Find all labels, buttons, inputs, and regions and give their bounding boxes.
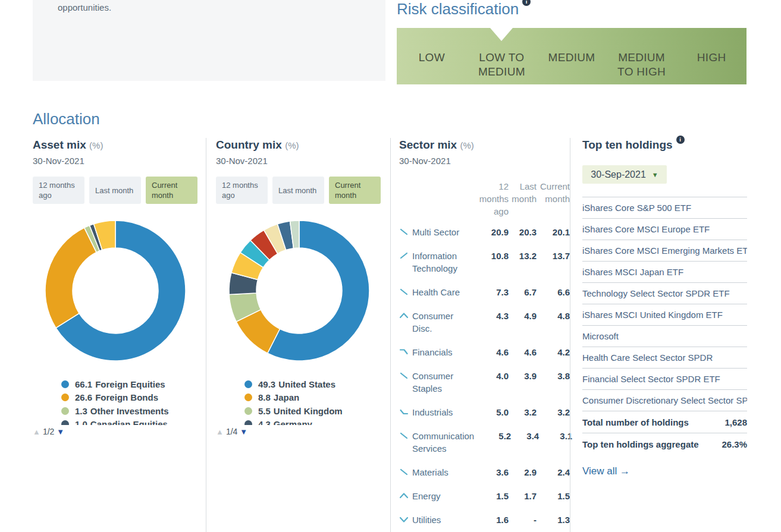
legend-bullet — [61, 394, 69, 401]
pager-page: 1/2 — [43, 427, 54, 436]
sector-label-cell: Materials — [399, 466, 472, 479]
sector-row: Utilities 1.6 - 1.3 — [399, 514, 570, 526]
info-icon[interactable]: i — [522, 0, 531, 6]
legend-value: 4.3 — [258, 419, 271, 425]
holding-row: iShares Core MSCI Emerging Markets ETF — [582, 240, 747, 261]
risk-classification-section: Risk classificationi LOWLOW TO MEDIUMMED… — [397, 0, 747, 84]
legend-bullet — [244, 380, 252, 388]
period-button[interactable]: Current month — [146, 177, 197, 204]
allocation-section: Allocation Asset mix (%) 30-Nov-2021 12 … — [33, 110, 747, 532]
trend-icon — [399, 287, 409, 297]
sector-value-12-months-ago: 5.0 — [472, 406, 509, 418]
sector-value-current-month: 20.1 — [537, 226, 570, 238]
risk-level-label: MEDIUM TO HIGH — [607, 51, 677, 84]
trend-icon — [399, 431, 409, 440]
period-button[interactable]: 12 months ago — [33, 177, 84, 204]
sector-mix-table: 12 months ago Last month Current month M… — [399, 180, 570, 532]
sector-row: Consumer Disc. 4.3 4.9 4.8 — [399, 310, 570, 335]
sector-value-last-month: 1.7 — [509, 490, 537, 502]
pager-up-icon[interactable]: ▲ — [216, 427, 224, 436]
sector-value-12-months-ago: 7.3 — [472, 286, 509, 298]
asset-mix-date: 30-Nov-2021 — [33, 156, 197, 166]
period-button[interactable]: Current month — [329, 177, 381, 204]
sector-row: Consumer Staples 4.0 3.9 3.8 — [399, 370, 570, 395]
asset-mix-title: Asset mix (%) — [33, 138, 197, 153]
sector-value-current-month: 3.2 — [537, 406, 570, 418]
sector-row: Health Care 7.3 6.7 6.6 — [399, 286, 570, 298]
sector-row: Industrials 5.0 3.2 3.2 — [399, 406, 570, 418]
legend-value: 1.0 — [75, 419, 87, 425]
country-mix-period-buttons: 12 months agoLast monthCurrent month — [216, 177, 382, 204]
sector-value-12-months-ago: 4.6 — [472, 346, 509, 358]
sector-value-12-months-ago: 10.8 — [472, 250, 509, 262]
legend-label: United Kingdom — [274, 406, 343, 416]
legend-bullet — [61, 407, 69, 415]
holdings-list: iShares Core S&P 500 ETFiShares Core MSC… — [582, 197, 747, 411]
legend-item: 66.1 Foreign Equities — [61, 377, 197, 391]
legend-bullet — [244, 420, 252, 425]
pager-page: 1/4 — [226, 427, 237, 436]
sector-value-current-month: 3.1 — [539, 430, 572, 442]
fund-objective-box: opportunities. — [33, 0, 385, 81]
sector-table-body: Multi Sector 20.9 20.3 20.1 Information … — [399, 226, 570, 532]
legend-bullet — [61, 420, 69, 425]
sector-label-cell: Multi Sector — [399, 226, 472, 238]
legend-value: 66.1 — [75, 379, 92, 389]
info-icon[interactable]: i — [676, 136, 685, 144]
sector-label: Multi Sector — [412, 226, 459, 238]
period-button[interactable]: Last month — [272, 177, 324, 204]
sector-label-cell: Financials — [399, 346, 472, 358]
pager-down-icon[interactable]: ▼ — [240, 427, 247, 436]
pager-down-icon[interactable]: ▼ — [57, 427, 64, 436]
sector-row: Materials 3.6 2.9 2.4 — [399, 466, 570, 479]
sector-label-cell: Consumer Staples — [399, 370, 472, 395]
holding-row: Consumer Discretionary Select Sector SPD… — [582, 389, 747, 411]
legend-value: 1.3 — [75, 406, 87, 416]
sector-row: Multi Sector 20.9 20.3 20.1 — [399, 226, 570, 238]
risk-level-label: MEDIUM — [537, 51, 607, 84]
fund-objective-text: opportunities. — [33, 0, 385, 14]
column-header: 12 months ago — [472, 180, 509, 218]
legend-label: Japan — [274, 392, 299, 402]
holding-row: iShares Core MSCI Europe ETF — [582, 218, 747, 240]
holding-row: Health Care Select Sector SPDR — [582, 347, 747, 368]
risk-indicator-notch — [490, 28, 513, 41]
period-button[interactable]: Last month — [89, 177, 141, 204]
sector-value-last-month: 13.2 — [509, 250, 537, 262]
sector-value-current-month: 4.8 — [537, 310, 570, 322]
total-holdings-value: 1,628 — [724, 417, 747, 427]
sector-value-12-months-ago: 4.0 — [472, 370, 509, 382]
holding-row: Technology Select Sector SPDR ETF — [582, 282, 747, 304]
sector-value-current-month: 2.4 — [537, 466, 570, 479]
holdings-date-dropdown[interactable]: 30-Sep-2021 ▼ — [582, 165, 667, 184]
aggregate-value: 26.3% — [722, 439, 747, 449]
holdings-date-value: 30-Sep-2021 — [591, 169, 646, 180]
column-header: Current month — [537, 180, 570, 218]
view-all-link[interactable]: View all → — [582, 465, 630, 477]
legend-item: 8.8 Japan — [244, 391, 382, 405]
trend-icon — [399, 515, 409, 524]
pager-up-icon[interactable]: ▲ — [33, 427, 40, 436]
legend-label: United States — [278, 379, 335, 389]
sector-row: Energy 1.5 1.7 1.5 — [399, 490, 570, 502]
sector-value-12-months-ago: 5.2 — [474, 430, 511, 442]
top-ten-holdings-column: Top ten holdingsi 30-Sep-2021 ▼ iShares … — [570, 138, 747, 532]
legend-item: 4.3 Germany — [244, 418, 382, 426]
period-button[interactable]: 12 months ago — [216, 177, 268, 204]
sector-label: Energy — [412, 490, 441, 502]
asset-mix-unit: (%) — [89, 140, 103, 150]
total-holdings-row: Total number of holdings 1,628 — [582, 411, 747, 433]
trend-icon — [399, 251, 409, 260]
sector-row: Financials 4.6 4.6 4.2 — [399, 346, 570, 358]
sector-value-last-month: 4.6 — [509, 346, 537, 358]
risk-level-label: HIGH — [676, 51, 747, 84]
aggregate-row: Top ten holdings aggregate 26.3% — [582, 433, 747, 455]
sector-value-12-months-ago: 4.3 — [472, 310, 509, 322]
trend-icon — [399, 467, 409, 477]
holding-row: iShares MSCI United Kingdom ETF — [582, 304, 747, 325]
sector-label: Consumer Staples — [412, 370, 472, 395]
sector-label-cell: Information Technology — [399, 250, 472, 275]
country-mix-legend: 49.3 United States 8.8 Japan 5.5 United … — [244, 377, 382, 425]
sector-label-cell: Energy — [399, 490, 472, 502]
sector-value-last-month: 6.7 — [509, 286, 537, 298]
